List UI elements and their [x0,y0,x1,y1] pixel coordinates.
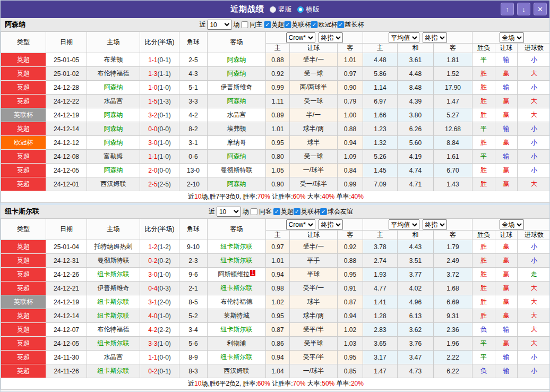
corner-score: 5-6 [179,337,208,351]
average-odds-select[interactable]: 平均值 [389,32,419,43]
layout-horizontal-radio[interactable]: 横版 [297,5,320,14]
league-checkbox[interactable]: ✓英超 [264,20,284,29]
league-checkbox[interactable]: ✓英超 [273,207,294,216]
eu-draw-odds: 4.02 [398,282,434,295]
eu-home-odds: 6.97 [363,95,398,108]
same-venue-checkbox[interactable]: 同主 [241,20,262,29]
ah-away-odds: 0.84 [338,164,363,177]
halftime-score: (1-1) [158,70,171,78]
checkbox-unchecked-icon[interactable] [251,208,257,215]
eu-draw-odds: 5.60 [398,136,434,150]
eu-home-odds: 1.14 [363,81,398,95]
league-badge: 英超 [1,177,46,191]
col-type: 类型 [1,219,46,240]
league-checkbox-label: 英联杯 [301,207,320,216]
odds-company-select[interactable]: Crow* [286,32,315,43]
ah-line: 受一球 [290,95,338,108]
corner-score: 9-10 [179,240,208,254]
col-eu-draw: 和 [398,44,434,53]
checkbox-checked-icon[interactable]: ✓ [320,208,327,215]
odds-company-select[interactable]: Crow* [286,219,315,230]
result-group: 全场 [472,219,550,231]
radio-selected-icon[interactable] [297,6,304,13]
col-ah-line: 让球 [290,231,338,240]
eu-away-odds: 1.47 [434,95,472,108]
recent-count-select[interactable]: 10 [217,207,241,217]
result-handicap: 赢 [495,67,518,81]
match-date: 24-12-22 [46,95,87,108]
eu-draw-odds: 3.80 [398,108,434,122]
ah-away-odds: 0.94 [338,309,363,323]
result-handicap: 赢 [495,295,518,309]
move-up-button[interactable]: ↑ [501,3,514,15]
ah-away-odds: 0.88 [338,122,363,136]
match-row: 英联杯 24-12-19 阿森纳 3-2(0-1) 4-2 水晶宫 0.89 半… [1,108,550,122]
col-score: 比分(半场) [140,32,179,53]
ah-line: 半/一 [290,108,338,122]
ah-away-odds: 0.91 [338,282,363,295]
home-team: 纽卡斯尔联 [87,295,140,309]
result-handicap: 赢 [495,309,518,323]
home-team: 阿森纳 [87,108,140,122]
recent-count-select[interactable]: 10 [207,20,231,30]
checkbox-checked-icon[interactable]: ✓ [273,208,280,215]
match-row: 英超 24-12-05 纽卡斯尔联 3-3(1-0) 5-6 利物浦 0.86 … [1,337,550,351]
move-down-button[interactable]: ↓ [517,3,530,15]
ah-home-odds: 0.98 [266,282,290,295]
league-checkbox[interactable]: ✓欧冠杯 [311,20,337,29]
final-odds-select-1[interactable]: 终指 [319,32,343,43]
corner-score: 13-0 [179,164,208,177]
fulltime-select[interactable]: 全场 [500,32,524,43]
ah-line: 球半 [290,136,338,150]
checkbox-checked-icon[interactable]: ✓ [311,21,317,28]
fulltime-score: 0-2 [148,368,157,375]
ah-line: 受平/半 [290,323,338,337]
radio-unselected-icon[interactable] [270,6,276,13]
halftime-score: (1-0) [158,340,171,347]
home-team: 阿森纳 [87,164,140,177]
same-venue-checkbox[interactable]: 同客 [251,207,272,216]
checkbox-unchecked-icon[interactable] [241,21,248,28]
ah-home-odds: 0.94 [266,268,290,282]
league-checkbox[interactable]: ✓球会友谊 [320,207,353,216]
result-handicap: 赢 [495,282,518,295]
match-row: 英超 24-12-14 阿森纳 0-0(0-0) 8-2 埃弗顿 1.01 球半… [1,122,550,136]
league-checkbox[interactable]: ✓英联杯 [284,20,311,29]
halftime-score: (1-0) [158,312,171,320]
league-badge: 英联杯 [1,108,46,122]
summary-segment: 60% [257,380,270,387]
final-odds-select-1[interactable]: 终指 [319,219,343,230]
average-odds-select[interactable]: 平均值 [389,219,419,230]
league-filter-checkboxes: ✓英超✓英联杯✓球会友谊 [273,207,353,216]
checkbox-checked-icon[interactable]: ✓ [294,208,300,215]
final-odds-select-2[interactable]: 终指 [423,32,447,43]
league-badge: 英超 [1,323,46,337]
layout-vertical-radio[interactable]: 竖版 [270,5,292,14]
fulltime-select[interactable]: 全场 [500,219,524,230]
ah-away-odds: 0.92 [338,240,363,254]
home-team: 西汉姆联 [87,177,140,191]
final-odds-select-2[interactable]: 终指 [423,219,447,230]
eu-home-odds: 1.47 [363,364,398,378]
away-team: 阿森纳 [208,177,266,191]
match-date: 24-12-26 [46,268,87,282]
home-team: 纽卡斯尔联 [87,309,140,323]
league-checkbox[interactable]: ✓酋长杯 [337,20,364,29]
eu-away-odds: 1.52 [434,67,472,81]
checkbox-checked-icon[interactable]: ✓ [337,21,344,28]
ah-line: 一/球半 [290,364,338,378]
match-row: 英超 24-12-31 曼彻斯特联 0-2(0-2) 2-3 纽卡斯尔联 1.0… [1,254,550,268]
col-date: 日期 [46,32,87,53]
league-checkbox[interactable]: ✓英联杯 [294,207,320,216]
checkbox-checked-icon[interactable]: ✓ [264,21,271,28]
eu-home-odds: 3.65 [363,337,398,351]
checkbox-checked-icon[interactable]: ✓ [284,21,291,28]
corner-score: 5-1 [179,81,208,95]
league-badge: 英超 [1,95,46,108]
col-result-handicap: 让球 [495,231,518,240]
league-checkbox-label: 英超 [281,207,294,216]
eu-draw-odds: 4.74 [398,164,434,177]
corner-score: 2-3 [179,254,208,268]
close-button[interactable]: ✕ [534,3,547,15]
corner-score: 2-10 [179,177,208,191]
